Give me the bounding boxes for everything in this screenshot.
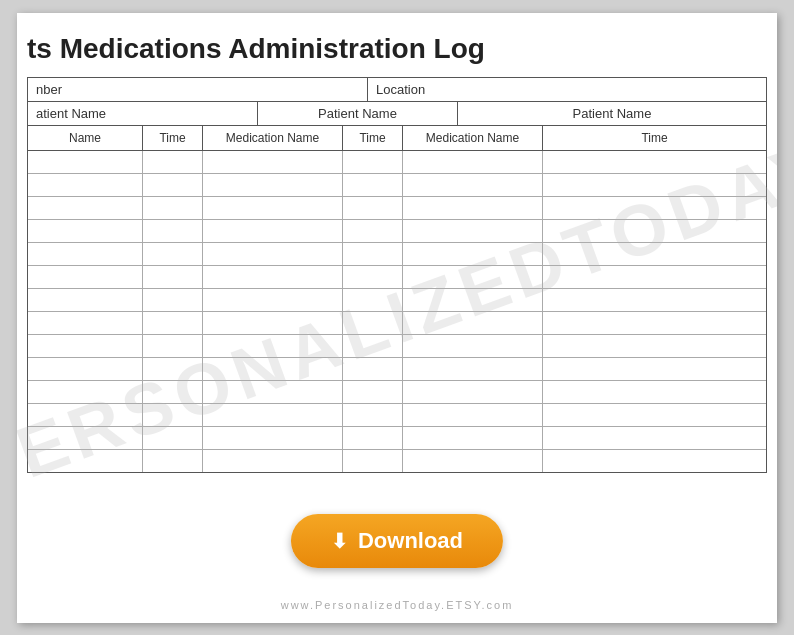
cell — [203, 450, 343, 472]
cell — [403, 312, 543, 334]
cell — [28, 197, 143, 219]
cell — [28, 220, 143, 242]
column-header-row: Name Time Medication Name Time Medicatio… — [28, 126, 766, 151]
cell — [203, 358, 343, 380]
col-header-time-3: Time — [543, 126, 766, 150]
download-label: Download — [358, 528, 463, 554]
cell — [143, 427, 203, 449]
download-overlay: ⬇ Download — [291, 514, 503, 568]
cell — [203, 220, 343, 242]
patient-2-cell: Patient Name — [258, 102, 458, 125]
cell — [143, 404, 203, 426]
cell — [203, 381, 343, 403]
cell — [543, 266, 766, 288]
cell — [403, 289, 543, 311]
footer-url: www.PersonalizedToday.ETSY.com — [281, 599, 514, 611]
cell — [403, 151, 543, 173]
download-button[interactable]: ⬇ Download — [291, 514, 503, 568]
table-row — [28, 358, 766, 381]
cell — [28, 427, 143, 449]
cell — [143, 289, 203, 311]
cell — [28, 266, 143, 288]
cell — [203, 289, 343, 311]
cell — [343, 197, 403, 219]
cell — [203, 404, 343, 426]
cell — [143, 358, 203, 380]
cell — [203, 312, 343, 334]
col-header-time-2: Time — [343, 126, 403, 150]
col-header-med-name-2: Medication Name — [203, 126, 343, 150]
cell — [143, 174, 203, 196]
cell — [28, 289, 143, 311]
col-header-med-name-3: Medication Name — [403, 126, 543, 150]
cell — [28, 151, 143, 173]
cell — [343, 174, 403, 196]
cell — [143, 151, 203, 173]
cell — [343, 289, 403, 311]
cell — [343, 243, 403, 265]
table-row — [28, 197, 766, 220]
cell — [543, 381, 766, 403]
cell — [143, 335, 203, 357]
table-row — [28, 404, 766, 427]
download-icon: ⬇ — [331, 529, 348, 553]
patient-1-cell: atient Name — [28, 102, 258, 125]
cell — [403, 266, 543, 288]
cell — [343, 151, 403, 173]
cell — [403, 358, 543, 380]
cell — [543, 404, 766, 426]
table-row — [28, 427, 766, 450]
patient-name-row: atient Name Patient Name Patient Name — [27, 102, 767, 126]
cell — [28, 335, 143, 357]
cell — [403, 404, 543, 426]
cell — [403, 381, 543, 403]
cell — [28, 404, 143, 426]
cell — [343, 450, 403, 472]
cell — [543, 243, 766, 265]
cell — [203, 243, 343, 265]
cell — [28, 312, 143, 334]
cell — [143, 450, 203, 472]
cell — [543, 289, 766, 311]
patient-3-cell: Patient Name — [458, 102, 766, 125]
cell — [403, 243, 543, 265]
cell — [343, 220, 403, 242]
cell — [543, 151, 766, 173]
cell — [28, 358, 143, 380]
table-row — [28, 174, 766, 197]
cell — [543, 174, 766, 196]
cell — [343, 404, 403, 426]
main-table: Name Time Medication Name Time Medicatio… — [27, 126, 767, 473]
cell — [403, 174, 543, 196]
cell — [28, 381, 143, 403]
cell — [543, 335, 766, 357]
cell — [543, 197, 766, 219]
cell — [143, 266, 203, 288]
cell — [343, 381, 403, 403]
cell — [28, 174, 143, 196]
cell — [203, 174, 343, 196]
content-area: ts Medications Administration Log nber L… — [17, 13, 777, 483]
cell — [343, 335, 403, 357]
cell — [343, 358, 403, 380]
table-row — [28, 335, 766, 358]
col-header-med-name-1: Name — [28, 126, 143, 150]
cell — [543, 220, 766, 242]
cell — [403, 335, 543, 357]
cell — [343, 427, 403, 449]
cell — [543, 358, 766, 380]
page-wrapper: personalizedtoday ts Medications Adminis… — [17, 13, 777, 623]
number-cell: nber — [28, 78, 368, 101]
cell — [143, 312, 203, 334]
table-row — [28, 243, 766, 266]
cell — [543, 427, 766, 449]
cell — [203, 197, 343, 219]
cell — [343, 312, 403, 334]
table-row — [28, 381, 766, 404]
table-row — [28, 450, 766, 472]
cell — [28, 450, 143, 472]
cell — [203, 335, 343, 357]
cell — [203, 427, 343, 449]
cell — [403, 220, 543, 242]
cell — [28, 243, 143, 265]
